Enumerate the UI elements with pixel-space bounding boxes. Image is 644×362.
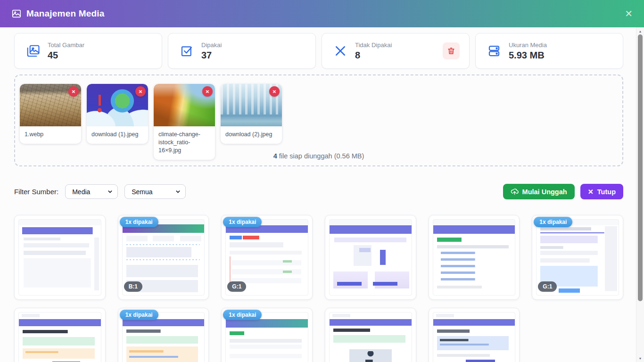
modal-content: Total Gambar45Dipakai37Tidak Dipakai8Uku… (0, 27, 636, 362)
modal-header: Manajemen Media ✕ (0, 0, 644, 27)
usage-badge: 1x dipakai (223, 310, 262, 320)
remove-file-button[interactable]: ✕ (68, 86, 79, 97)
image-icon (11, 8, 22, 19)
images-icon (26, 44, 40, 58)
close-icon: ✕ (588, 188, 594, 196)
stat-value: 5.93 MB (509, 50, 547, 61)
media-item[interactable] (325, 215, 416, 300)
stat-text: Dipakai37 (201, 41, 222, 61)
filter-label: Filter Sumber: (14, 188, 58, 196)
upload-filename: download (2).jpeg (221, 126, 282, 144)
trash-icon (447, 47, 455, 55)
x-mark-icon (333, 44, 347, 58)
select-value: Media (72, 188, 90, 196)
stat-label: Tidak Dipakai (355, 41, 392, 49)
counter-badge: G:1 (538, 281, 557, 292)
upload-file-tile: ✕1.webp (20, 84, 81, 144)
counter-badge: G:1 (227, 281, 246, 292)
scrollbar-thumb[interactable] (638, 34, 643, 301)
upload-summary: 4file siap diunggah (0.56 MB) (15, 152, 622, 160)
stat-text: Tidak Dipakai8 (355, 41, 392, 61)
upload-cloud-icon (511, 188, 519, 196)
media-item[interactable]: 1x dipakaiG:1 (532, 215, 623, 300)
filter-usage-select[interactable]: Semua (124, 184, 186, 199)
upload-summary-text: file siap diunggah (0.56 MB) (279, 152, 364, 160)
scrollbar-down-arrow[interactable]: ▼ (636, 354, 644, 362)
upload-file-count: 4 (273, 152, 277, 160)
upload-filename: download (1).jpeg (87, 126, 148, 144)
usage-badge: 1x dipakai (120, 217, 158, 227)
upload-file-tile: ✕download (1).jpeg (87, 84, 148, 144)
scrollbar: ▲ ▼ (636, 27, 644, 362)
media-thumbnail (433, 219, 516, 296)
media-item[interactable] (429, 308, 520, 362)
check-square-icon (180, 44, 194, 58)
scrollbar-up-arrow[interactable]: ▲ (636, 27, 644, 35)
media-thumbnail (329, 219, 412, 296)
upload-thumbnail: ✕ (154, 84, 215, 126)
close-modal-label: Tutup (597, 188, 616, 196)
stat-value: 8 (355, 50, 392, 61)
upload-file-tile: ✕climate-change-istock_ratio-16×9.jpg (154, 84, 215, 160)
stat-value: 45 (48, 50, 84, 61)
upload-filename: 1.webp (20, 126, 81, 144)
usage-badge: 1x dipakai (120, 310, 158, 320)
filter-bar: Filter Sumber: Media Semua Mulai Unggah … (14, 184, 623, 199)
media-item[interactable]: 1x dipakai (118, 308, 209, 362)
media-item[interactable] (14, 308, 106, 362)
media-thumbnail (433, 312, 516, 362)
stat-card-dipakai: Dipakai37 (168, 33, 316, 69)
media-item[interactable]: 1x dipakaiG:1 (221, 215, 313, 300)
remove-file-button[interactable]: ✕ (135, 86, 146, 97)
media-thumbnail (329, 312, 412, 362)
media-thumbnail (18, 312, 101, 362)
media-item[interactable] (14, 215, 106, 300)
media-item[interactable] (429, 215, 520, 300)
stat-value: 37 (201, 50, 222, 61)
upload-thumbnail: ✕ (87, 84, 148, 126)
upload-tiles: ✕1.webp✕download (1).jpeg✕climate-change… (20, 84, 618, 160)
stat-text: Ukuran Media5.93 MB (509, 41, 547, 61)
stat-card-ukuran-media: Ukuran Media5.93 MB (475, 33, 623, 69)
delete-unused-button[interactable] (443, 42, 460, 59)
start-upload-label: Mulai Unggah (522, 188, 567, 196)
media-thumbnail (18, 219, 101, 296)
stat-card-total-gambar: Total Gambar45 (14, 33, 162, 69)
remove-file-button[interactable]: ✕ (202, 86, 213, 97)
upload-dropzone[interactable]: ✕1.webp✕download (1).jpeg✕climate-change… (14, 74, 623, 166)
stats-row: Total Gambar45Dipakai37Tidak Dipakai8Uku… (14, 33, 623, 69)
select-value: Semua (132, 188, 152, 196)
counter-badge: B:1 (124, 281, 142, 292)
chevron-down-icon (175, 189, 181, 194)
chevron-down-icon (107, 189, 113, 194)
usage-badge: 1x dipakai (223, 217, 262, 227)
media-grid: 1x dipakaiB:11x dipakaiG:11x dipakaiG:11… (14, 215, 623, 362)
close-icon[interactable]: ✕ (625, 9, 633, 18)
media-item[interactable]: 1x dipakaiB:1 (118, 215, 209, 300)
stat-text: Total Gambar45 (48, 41, 84, 61)
stat-card-tidak-dipakai: Tidak Dipakai8 (322, 33, 470, 69)
close-modal-button[interactable]: ✕ Tutup (580, 184, 623, 199)
stat-label: Dipakai (201, 41, 222, 49)
upload-thumbnail: ✕ (20, 84, 81, 126)
stat-label: Ukuran Media (509, 41, 547, 49)
media-item[interactable] (325, 308, 416, 362)
start-upload-button[interactable]: Mulai Unggah (503, 184, 575, 199)
upload-thumbnail: ✕ (221, 84, 282, 126)
media-item[interactable]: 1x dipakai (221, 308, 313, 362)
server-icon (487, 44, 501, 58)
stat-label: Total Gambar (48, 41, 84, 49)
upload-file-tile: ✕download (2).jpeg (221, 84, 282, 144)
remove-file-button[interactable]: ✕ (269, 86, 280, 97)
usage-badge: 1x dipakai (534, 217, 572, 227)
modal-title: Manajemen Media (26, 8, 105, 19)
filter-source-select[interactable]: Media (65, 184, 118, 199)
